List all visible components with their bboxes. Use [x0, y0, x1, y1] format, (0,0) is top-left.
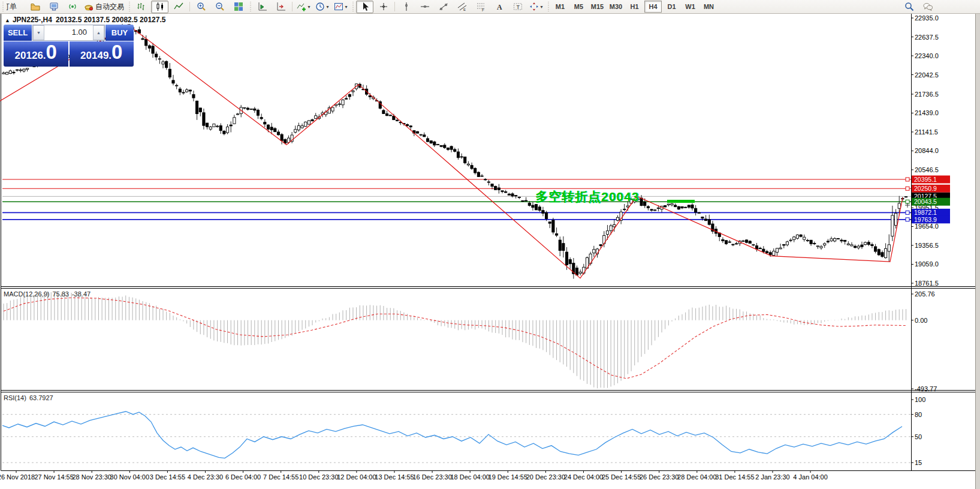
candle-chart-button[interactable]: [151, 1, 168, 13]
sell-price[interactable]: 20126.0: [4, 41, 68, 67]
volume-up-button[interactable]: ▲: [93, 25, 104, 40]
svg-text:24 Dec 04:00: 24 Dec 04:00: [564, 473, 603, 481]
buy-price-main: 20149: [80, 44, 108, 68]
sell-button[interactable]: SELL: [4, 25, 32, 41]
tile-icon: [234, 2, 243, 11]
chevron-down-icon[interactable]: ▾: [345, 4, 347, 10]
svg-text:4 Dec 23:30: 4 Dec 23:30: [188, 473, 223, 481]
line-chart-button[interactable]: [170, 1, 187, 13]
chevron-down-icon[interactable]: ▾: [326, 4, 328, 10]
svg-text:0.00: 0.00: [915, 317, 927, 324]
chart-canvas[interactable]: 22935.022637.522340.022042.521736.521439…: [0, 0, 980, 489]
timeframe-m1[interactable]: M1: [551, 1, 569, 13]
chart-shift-button[interactable]: [272, 1, 290, 13]
arrows-button[interactable]: ▾: [527, 1, 545, 13]
ohlc-values: 20132.5 20137.5 20082.5 20127.5: [56, 16, 166, 24]
chevron-down-icon[interactable]: ▾: [540, 4, 542, 10]
toolbar: 订单自动交易▾▾▾EFAT▾M1M5M15M30H1H4D1W1MN: [0, 0, 980, 14]
timeframe-m30[interactable]: M30: [607, 1, 625, 13]
auto-scroll-button[interactable]: [254, 1, 271, 13]
timeframe-mn[interactable]: MN: [700, 1, 717, 13]
bar-chart-button[interactable]: [132, 1, 150, 13]
rsi-indicator-label: RSI(14)63.7927: [4, 394, 56, 401]
svg-text:19872.1: 19872.1: [914, 209, 937, 216]
svg-text:22935.0: 22935.0: [915, 14, 939, 22]
macd-pane[interactable]: [2, 288, 911, 390]
svg-text:19654.0: 19654.0: [915, 223, 939, 230]
svg-text:19059.0: 19059.0: [915, 260, 939, 268]
macd-indicator-label: MACD(12,26,9)75.83-38.47: [4, 290, 94, 298]
text-button[interactable]: A: [490, 1, 508, 13]
history-center-button[interactable]: [26, 1, 44, 13]
bars-icon: [137, 2, 146, 11]
buy-button[interactable]: BUY: [105, 25, 134, 41]
svg-text:27 Nov 14:55: 27 Nov 14:55: [34, 473, 73, 481]
tline-icon: [439, 2, 448, 11]
timeframe-h4[interactable]: H4: [644, 1, 662, 13]
timeframe-d1[interactable]: D1: [663, 1, 680, 13]
trendline-button[interactable]: [435, 1, 452, 13]
macd-signal-value: -38.47: [72, 290, 91, 298]
volume-down-button[interactable]: ▼: [33, 25, 44, 40]
rsi-value: 63.7927: [29, 394, 53, 401]
indicators-button[interactable]: ▾: [295, 1, 312, 13]
toolbar-grip: [1, 2, 4, 11]
svg-text:6 Dec 04:00: 6 Dec 04:00: [225, 473, 261, 481]
autotrade-button-label: 自动交易: [95, 2, 124, 12]
svg-text:50: 50: [915, 433, 922, 440]
toolbar-separator: [394, 2, 395, 11]
volume-input[interactable]: 1.00: [44, 25, 93, 40]
chart-annotation[interactable]: 多空转折点20043: [535, 188, 639, 205]
svg-text:22340.0: 22340.0: [915, 52, 939, 59]
tile-windows-button[interactable]: [230, 1, 247, 13]
new-order-button[interactable]: 订单: [6, 1, 25, 13]
chart-plot-area[interactable]: [2, 13, 911, 286]
svg-text:12 Dec 04:00: 12 Dec 04:00: [337, 473, 376, 481]
svg-text:100: 100: [915, 396, 925, 403]
candles-icon: [155, 2, 165, 11]
signal-icon: [68, 2, 77, 11]
svg-text:19 Dec 14:55: 19 Dec 14:55: [489, 473, 527, 481]
horizontal-line-button[interactable]: [416, 1, 433, 13]
timeframe-h1[interactable]: H1: [626, 1, 643, 13]
chat-button[interactable]: [919, 1, 936, 13]
svg-text:20546.5: 20546.5: [915, 166, 939, 173]
search-button[interactable]: [900, 1, 918, 13]
timeframe-w1[interactable]: W1: [682, 1, 699, 13]
autotrade-button[interactable]: 自动交易: [82, 1, 126, 13]
timeframe-m15[interactable]: M15: [589, 1, 606, 13]
signals-button[interactable]: [64, 1, 81, 13]
svg-text:7 Dec 14:55: 7 Dec 14:55: [263, 473, 298, 481]
addind-icon: [297, 2, 306, 11]
labelT-icon: T: [513, 2, 523, 11]
search-icon: [904, 2, 914, 11]
svg-text:26 Dec 23:30: 26 Dec 23:30: [640, 473, 679, 481]
cursor-button[interactable]: [356, 1, 373, 13]
svg-text:15: 15: [915, 459, 922, 466]
svg-text:18 Dec 04:00: 18 Dec 04:00: [450, 473, 489, 481]
svg-text:-493.77: -493.77: [915, 385, 937, 392]
rsi-pane[interactable]: [2, 392, 911, 470]
market-watch-button[interactable]: [45, 1, 62, 13]
rsi-name: RSI(14): [4, 394, 26, 401]
buy-price[interactable]: 20149.0: [70, 41, 134, 67]
svg-text:T: T: [516, 4, 520, 10]
templates-button[interactable]: ▾: [332, 1, 349, 13]
toolbar-separator: [189, 2, 190, 11]
timeframe-m5[interactable]: M5: [570, 1, 587, 13]
fibonacci-button[interactable]: F: [472, 1, 489, 13]
periods-button[interactable]: ▾: [313, 1, 331, 13]
svg-text:2 Jan 23:30: 2 Jan 23:30: [755, 473, 790, 481]
svg-text:20 Dec 23:30: 20 Dec 23:30: [526, 473, 565, 481]
vertical-line-button[interactable]: [397, 1, 415, 13]
channel-button[interactable]: E: [453, 1, 471, 13]
label-button[interactable]: T: [509, 1, 526, 13]
zoom-in-button[interactable]: [192, 1, 210, 13]
folder-icon: [31, 2, 40, 11]
zoom-out-button[interactable]: [211, 1, 228, 13]
svg-text:20250.9: 20250.9: [914, 185, 937, 192]
crosshair-button[interactable]: [375, 1, 392, 13]
svg-text:22042.5: 22042.5: [915, 71, 939, 79]
collapse-triangle-icon[interactable]: ▲: [5, 17, 10, 23]
chevron-down-icon[interactable]: ▾: [307, 4, 310, 10]
